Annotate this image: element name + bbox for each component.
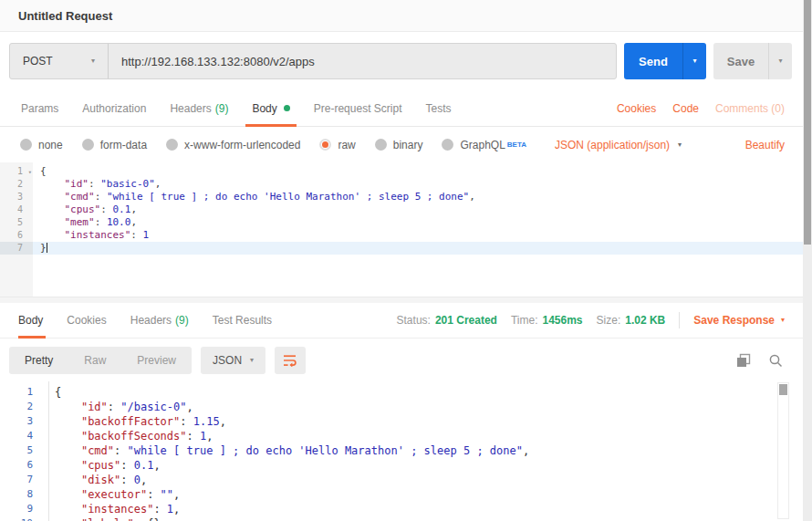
wrap-lines-button[interactable]	[275, 347, 306, 374]
response-language-select[interactable]: JSON ▾	[201, 347, 265, 374]
save-options-button[interactable]: ▾	[768, 43, 792, 79]
radio-icon	[166, 139, 178, 151]
body-type-graphql[interactable]: GraphQL BETA	[442, 139, 526, 151]
send-button[interactable]: Send	[624, 43, 682, 79]
code-line-text: "cmd": "while [ true ] ; do echo 'Hello …	[33, 191, 803, 203]
code-line[interactable]: 7 "disk": 0,	[0, 473, 803, 487]
cookies-link[interactable]: Cookies	[617, 102, 656, 115]
line-number: 6	[0, 458, 42, 473]
response-tab-headers-label: Headers	[130, 314, 172, 327]
request-body-editor[interactable]: 1▾{2 "id": "basic-0",3 "cmd": "while [ t…	[0, 162, 803, 297]
body-type-urlencoded-label: x-www-form-urlencoded	[184, 139, 300, 151]
body-type-raw[interactable]: raw	[319, 139, 355, 151]
code-line[interactable]: 1▾{	[0, 165, 803, 178]
size-label: Size:	[597, 314, 621, 327]
body-type-none[interactable]: none	[20, 139, 63, 151]
line-number: 2	[0, 178, 33, 191]
code-line[interactable]: 2 "id": "basic-0",	[0, 178, 803, 191]
copy-response-button[interactable]	[736, 353, 751, 368]
content-type-select[interactable]: JSON (application/json) ▾	[555, 139, 682, 151]
code-line[interactable]: 4 "backoffSeconds": 1,	[0, 429, 803, 443]
window-scrollbar-track[interactable]	[803, 0, 812, 521]
window-scrollbar-thumb[interactable]	[804, 0, 811, 245]
code-line-text: {	[42, 385, 803, 400]
code-line[interactable]: 5 "mem": 10.0,	[0, 216, 803, 229]
tab-body[interactable]: Body	[240, 90, 301, 126]
tab-pre-request-script[interactable]: Pre-request Script	[302, 90, 414, 126]
body-type-urlencoded[interactable]: x-www-form-urlencoded	[166, 139, 300, 151]
search-icon	[768, 353, 783, 368]
code-line[interactable]: 5 "cmd": "while [ true ] ; do echo 'Hell…	[0, 443, 803, 458]
tab-authorization-label: Authorization	[82, 102, 146, 115]
code-line[interactable]: 6 "instances": 1	[0, 229, 803, 242]
line-number: 5	[0, 216, 33, 229]
line-number: 3	[0, 414, 42, 429]
response-body-viewer[interactable]: 1{2 "id": "/basic-0",3 "backoffFactor": …	[0, 381, 803, 521]
request-url-row: POST ▾ Send ▾ Save ▾	[0, 32, 803, 90]
request-title: Untitled Request	[18, 9, 112, 23]
code-line[interactable]: 8 "executor": "",	[0, 487, 803, 502]
time-label: Time:	[511, 314, 538, 327]
code-line[interactable]: 10 "labels": {},	[0, 516, 803, 521]
view-raw-button[interactable]: Raw	[68, 347, 121, 374]
radio-icon	[82, 139, 94, 151]
radio-selected-icon	[319, 139, 331, 151]
view-pretty-button[interactable]: Pretty	[9, 347, 68, 374]
line-number: 5	[0, 443, 42, 458]
chevron-down-icon: ▾	[250, 357, 254, 364]
method-select[interactable]: POST ▾	[10, 44, 109, 78]
url-input[interactable]	[109, 44, 616, 78]
view-preview-button[interactable]: Preview	[121, 347, 192, 374]
comments-link[interactable]: Comments (0)	[715, 102, 785, 115]
chevron-down-icon: ▾	[678, 141, 682, 149]
search-response-button[interactable]	[768, 353, 783, 368]
beautify-link[interactable]: Beautify	[745, 139, 785, 151]
request-tabs-row: Params Authorization Headers (9) Body Pr…	[0, 90, 803, 127]
response-tab-body[interactable]: Body	[18, 303, 55, 338]
tab-headers[interactable]: Headers (9)	[158, 90, 240, 126]
code-line[interactable]: 6 "cpus": 0.1,	[0, 458, 803, 473]
save-response-button[interactable]: Save Response ▾	[693, 314, 785, 327]
code-link[interactable]: Code	[672, 102, 699, 115]
section-divider	[0, 297, 803, 303]
tab-tests[interactable]: Tests	[413, 90, 463, 126]
code-line[interactable]: 3 "backoffFactor": 1.15,	[0, 414, 803, 429]
line-number: 8	[0, 487, 42, 502]
tab-body-label: Body	[252, 102, 276, 115]
line-number: 4	[0, 429, 42, 443]
tab-tests-label: Tests	[425, 102, 451, 115]
save-button[interactable]: Save	[713, 43, 768, 79]
request-tabs-links: Cookies Code Comments (0)	[617, 102, 785, 115]
fold-arrow-icon[interactable]: ▾	[28, 166, 32, 179]
response-tab-cookies[interactable]: Cookies	[55, 303, 118, 338]
tab-params[interactable]: Params	[9, 90, 70, 126]
text-cursor	[47, 243, 47, 253]
radio-icon	[375, 139, 387, 151]
chevron-down-icon: ▾	[778, 57, 782, 65]
response-tab-headers[interactable]: Headers (9)	[119, 303, 201, 338]
body-type-form-data[interactable]: form-data	[82, 139, 147, 151]
view-mode-segment: Pretty Raw Preview	[9, 347, 192, 374]
tab-authorization[interactable]: Authorization	[70, 90, 158, 126]
code-line-text: "cpus": 0.1,	[42, 458, 803, 473]
code-line-text: "disk": 0,	[42, 473, 803, 487]
code-line[interactable]: 9 "instances": 1,	[0, 502, 803, 516]
save-button-group: Save ▾	[713, 43, 792, 79]
send-options-button[interactable]: ▾	[682, 43, 706, 79]
response-tool-icons	[736, 353, 783, 368]
code-line[interactable]: 1{	[0, 385, 803, 400]
radio-icon	[442, 139, 453, 151]
status-badge: 201 Created	[435, 314, 497, 327]
code-line[interactable]: 7}	[0, 242, 803, 255]
line-number: 1▾	[0, 165, 33, 178]
body-type-binary[interactable]: binary	[375, 139, 423, 151]
code-line-text: "backoffFactor": 1.15,	[42, 414, 803, 429]
code-line-text: "cmd": "while [ true ] ; do echo 'Hello …	[42, 443, 803, 458]
code-line[interactable]: 2 "id": "/basic-0",	[0, 400, 803, 414]
code-line[interactable]: 4 "cpus": 0.1,	[0, 203, 803, 216]
response-tab-test-results[interactable]: Test Results	[201, 303, 284, 338]
headers-count-badge: (9)	[215, 102, 229, 115]
line-number: 6	[0, 229, 33, 242]
code-line-text: "backoffSeconds": 1,	[42, 429, 803, 443]
code-line[interactable]: 3 "cmd": "while [ true ] ; do echo 'Hell…	[0, 191, 803, 203]
